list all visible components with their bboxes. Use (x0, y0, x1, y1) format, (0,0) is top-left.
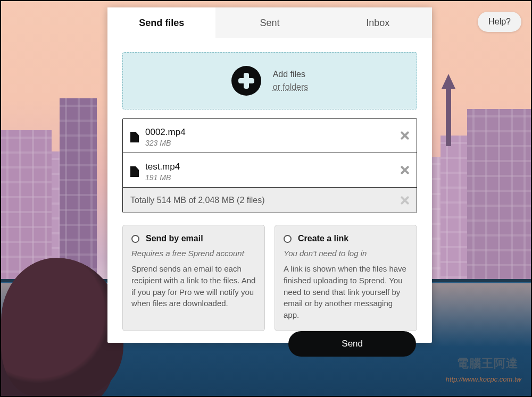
remove-file-button[interactable] (398, 164, 410, 176)
file-list: 0002.mp4 323 MB test.mp4 191 MB Totally … (122, 118, 417, 213)
summary-text: Totally 514 MB of 2,048 MB (2 files) (130, 196, 265, 205)
file-summary: Totally 514 MB of 2,048 MB (2 files) (123, 188, 417, 213)
option-email-subtitle: Requires a free Sprend account (131, 249, 256, 258)
or-folders-link[interactable]: or folders (273, 82, 309, 92)
file-icon (130, 166, 139, 177)
option-link-title: Create a link (298, 234, 348, 243)
help-button[interactable]: Help? (478, 12, 521, 32)
file-name: test.mp4 (145, 162, 180, 172)
remove-file-button[interactable] (398, 130, 410, 141)
file-name: 0002.mp4 (145, 127, 186, 138)
main-card: Send files Sent Inbox Add files or folde… (107, 7, 432, 343)
add-files-label: Add files (273, 70, 309, 79)
option-email-title: Send by email (146, 234, 203, 243)
send-button[interactable]: Send (288, 331, 416, 357)
radio-link[interactable] (284, 235, 292, 243)
file-size: 191 MB (145, 173, 180, 182)
send-options: Send by email Requires a free Sprend acc… (122, 225, 417, 331)
option-link-subtitle: You don't need to log in (284, 249, 408, 258)
file-row: test.mp4 191 MB (123, 153, 417, 188)
dropzone-text: Add files or folders (273, 70, 309, 92)
tabs: Send files Sent Inbox (107, 7, 432, 38)
watermark-chinese: 電腦王阿達 (457, 356, 518, 371)
option-send-by-email[interactable]: Send by email Requires a free Sprend acc… (122, 225, 265, 331)
radio-email[interactable] (131, 235, 139, 243)
clear-all-button[interactable] (398, 195, 410, 206)
plus-icon (231, 66, 261, 96)
file-icon (130, 132, 139, 142)
tab-sent[interactable]: Sent (215, 7, 323, 38)
tab-inbox[interactable]: Inbox (324, 7, 432, 38)
option-create-link[interactable]: Create a link You don't need to log in A… (275, 225, 417, 331)
option-email-description: Sprend sends an email to each recipient … (131, 263, 256, 309)
tab-send-files[interactable]: Send files (107, 7, 215, 38)
file-size: 323 MB (145, 139, 186, 147)
file-row: 0002.mp4 323 MB (123, 119, 417, 153)
option-link-description: A link is shown when the files have fini… (284, 263, 408, 321)
watermark-url: http://www.kocpc.com.tw (446, 375, 521, 383)
add-files-dropzone[interactable]: Add files or folders (122, 52, 417, 109)
